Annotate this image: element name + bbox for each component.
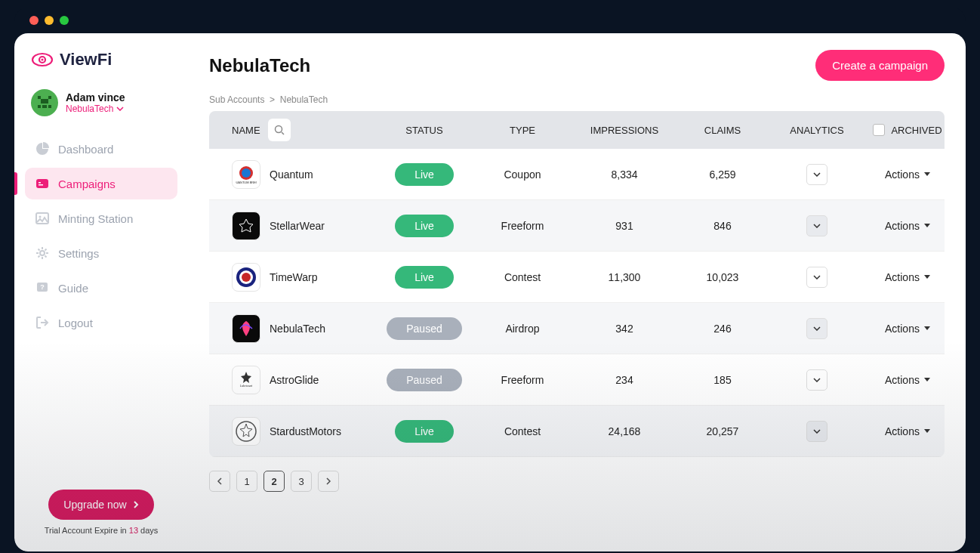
actions-dropdown[interactable]: Actions: [866, 168, 945, 181]
sidebar-item-logout[interactable]: Logout: [25, 307, 177, 338]
chevron-down-icon: [813, 429, 821, 434]
campaign-icon: [232, 263, 260, 292]
analytics-dropdown[interactable]: [806, 369, 827, 391]
campaign-icon: [232, 417, 260, 446]
svg-rect-4: [48, 96, 51, 99]
svg-text:QUANTUM BREW: QUANTUM BREW: [236, 181, 257, 184]
status-badge: Paused: [387, 369, 461, 391]
breadcrumb-root[interactable]: Sub Accounts: [209, 94, 264, 105]
caret-down-icon: [924, 224, 930, 227]
actions-dropdown[interactable]: Actions: [866, 374, 945, 386]
svg-text:Lubricant: Lubricant: [240, 384, 253, 388]
pie-chart-icon: [35, 142, 49, 156]
campaign-name: Quantum: [270, 168, 313, 181]
campaign-claims: 10,023: [677, 271, 768, 283]
status-badge: Live: [395, 420, 454, 443]
main-content: NebulaTech Create a campaign Sub Account…: [188, 33, 966, 551]
campaign-type: Coupon: [473, 168, 572, 181]
brand-logo: ViewFi: [25, 50, 177, 89]
page-number-button[interactable]: 2: [263, 471, 285, 492]
caret-down-icon: [924, 326, 930, 330]
svg-rect-5: [41, 99, 48, 103]
upgrade-button[interactable]: Upgrade now: [48, 490, 154, 520]
analytics-dropdown[interactable]: [806, 267, 827, 288]
sidebar-item-minting[interactable]: Minting Station: [25, 202, 177, 234]
campaign-name: AstroGlide: [270, 374, 319, 386]
chevron-right-icon: [325, 477, 331, 485]
archived-checkbox[interactable]: [873, 124, 885, 136]
table-row: StardustMotors Live Contest 24,168 20,25…: [209, 406, 945, 457]
svg-rect-9: [36, 179, 48, 188]
caret-down-icon: [924, 275, 930, 279]
page-next-button[interactable]: [318, 471, 339, 492]
chevron-down-icon: [813, 172, 821, 177]
user-account-switcher[interactable]: NebulaTech: [66, 103, 125, 114]
chevron-down-icon: [813, 275, 821, 280]
svg-point-23: [242, 273, 251, 282]
caret-down-icon: [924, 172, 930, 176]
actions-dropdown[interactable]: Actions: [866, 220, 945, 232]
status-badge: Live: [395, 215, 454, 237]
svg-rect-7: [42, 105, 47, 108]
actions-dropdown[interactable]: Actions: [866, 425, 945, 437]
svg-rect-3: [38, 96, 41, 99]
search-button[interactable]: [268, 119, 291, 141]
page-number-button[interactable]: 3: [291, 471, 312, 492]
sidebar-item-dashboard[interactable]: Dashboard: [25, 133, 177, 165]
campaign-type: Airdrop: [473, 323, 572, 335]
campaign-claims: 6,259: [677, 168, 768, 181]
actions-dropdown[interactable]: Actions: [866, 271, 945, 283]
window-min-dot[interactable]: [45, 16, 54, 25]
campaign-impressions: 24,168: [572, 425, 677, 437]
analytics-dropdown[interactable]: [806, 215, 827, 236]
table-row: TimeWarp Live Contest 11,300 10,023 Acti…: [209, 252, 945, 303]
help-icon: ?: [35, 281, 49, 295]
user-account[interactable]: Adam vince NebulaTech: [25, 89, 177, 133]
campaign-claims: 246: [677, 323, 768, 335]
col-status: STATUS: [375, 125, 473, 136]
svg-rect-11: [39, 184, 43, 186]
svg-point-17: [275, 126, 282, 133]
page-number-button[interactable]: 1: [236, 471, 257, 492]
sidebar-item-guide[interactable]: ? Guide: [25, 272, 177, 304]
pagination: 123: [209, 471, 945, 492]
campaign-name: NebulaTech: [270, 323, 325, 335]
chevron-right-icon: [133, 500, 139, 509]
table-row: Lubricant AstroGlide Paused Freeform 234…: [209, 354, 945, 406]
window-titlebar: [14, 8, 966, 33]
status-badge: Paused: [387, 317, 461, 340]
sidebar-item-settings[interactable]: Settings: [25, 237, 177, 269]
sidebar-item-campaigns[interactable]: Campaigns: [25, 168, 177, 199]
chevron-left-icon: [217, 477, 223, 485]
logout-icon: [35, 316, 49, 329]
window-max-dot[interactable]: [60, 16, 69, 25]
campaign-impressions: 11,300: [572, 271, 677, 283]
campaign-impressions: 931: [572, 220, 677, 232]
analytics-dropdown[interactable]: [806, 164, 827, 185]
campaign-icon: QUANTUM BREW: [232, 160, 260, 189]
svg-point-2: [42, 59, 44, 61]
campaign-claims: 846: [677, 220, 768, 232]
page-prev-button[interactable]: [209, 471, 230, 492]
analytics-dropdown[interactable]: [806, 318, 827, 339]
campaign-impressions: 342: [572, 323, 677, 335]
campaign-icon: [232, 314, 260, 343]
chevron-down-icon: [116, 107, 124, 111]
create-campaign-button[interactable]: Create a campaign: [815, 50, 945, 81]
analytics-dropdown[interactable]: [806, 421, 827, 442]
page-title: NebulaTech: [209, 55, 310, 76]
caret-down-icon: [924, 378, 930, 382]
caret-down-icon: [924, 429, 930, 433]
status-badge: Live: [395, 163, 454, 186]
campaign-claims: 185: [677, 374, 768, 386]
svg-point-19: [242, 168, 251, 178]
svg-rect-10: [39, 182, 41, 184]
svg-point-14: [40, 251, 45, 255]
col-name: NAME: [232, 125, 260, 136]
campaign-name: TimeWarp: [270, 271, 318, 283]
actions-dropdown[interactable]: Actions: [866, 323, 945, 335]
campaign-icon: Lubricant: [232, 366, 260, 394]
window-close-dot[interactable]: [29, 16, 39, 25]
status-badge: Live: [395, 266, 454, 289]
table-row: NebulaTech Paused Airdrop 342 246 Action…: [209, 303, 945, 354]
